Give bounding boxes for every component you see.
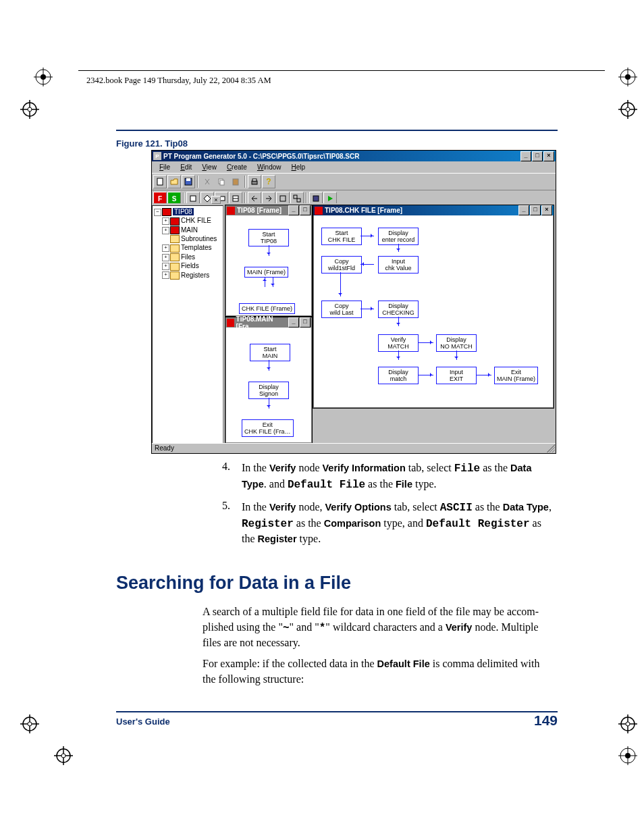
menu-window[interactable]: Window [252, 163, 286, 172]
flowchart-canvas[interactable]: StartTIP08 MAIN (Frame) CHK FILE (Frame) [225, 215, 312, 316]
page-top-rule [116, 130, 558, 131]
help-button[interactable]: ? [262, 175, 275, 188]
svg-rect-45 [294, 195, 297, 199]
footer-rule [116, 711, 558, 712]
tree-view[interactable]: −TIP08 +CHK FILE +MAIN Subroutines +Temp… [152, 205, 223, 446]
menu-edit[interactable]: Edit [176, 163, 196, 172]
menu-view[interactable]: View [197, 163, 221, 172]
flow-node[interactable]: DisplaySignon [248, 382, 289, 399]
flowchart-canvas[interactable]: StartMAIN DisplaySignon ExitCHK FILE (Fr… [225, 328, 312, 443]
svg-point-31 [625, 753, 630, 758]
tree-item[interactable]: +MAIN [154, 226, 221, 234]
frame-icon [227, 207, 235, 215]
copy-button[interactable] [215, 175, 228, 188]
print-button[interactable] [248, 175, 261, 188]
mdi-main-frame[interactable]: TIP08.MAIN [Fra… _□ StartMAIN DisplaySig… [225, 317, 313, 444]
body-paragraph: A search of a multiple field file for da… [203, 604, 559, 651]
maximize-button[interactable]: □ [300, 205, 311, 215]
save-button[interactable] [182, 175, 195, 188]
page-number: 149 [534, 712, 558, 729]
flow-node[interactable]: VerifyMATCH [378, 334, 419, 352]
flowchart-canvas[interactable]: StartCHK FILE Displayenter record Copywi… [313, 215, 554, 408]
flow-node[interactable]: Displaymatch [378, 367, 419, 384]
flow-node[interactable]: DisplayNO MATCH [436, 334, 477, 352]
toolbar-standard: ? [152, 173, 556, 190]
tree-item[interactable]: +Templates [154, 243, 221, 252]
flow-node[interactable]: StartCHK FILE [321, 228, 362, 245]
menu-create[interactable]: Create [222, 163, 252, 172]
tree-item[interactable]: +Fields [154, 261, 221, 270]
svg-point-27 [61, 754, 65, 758]
flow-node[interactable]: ExitCHK FILE (Fra… [242, 419, 294, 437]
crop-mark-icon [20, 100, 39, 119]
panel-close-button[interactable]: × [211, 196, 221, 204]
close-button[interactable]: × [543, 151, 554, 161]
mdi-tip08-frame[interactable]: TIP08 [Frame] _□ StartTIP08 MAIN (Frame)… [225, 205, 313, 317]
mdi-titlebar[interactable]: TIP08.CHK FILE [Frame] _□× [313, 205, 554, 215]
flow-node[interactable]: StartMAIN [250, 344, 290, 361]
crop-mark-icon [34, 68, 53, 86]
menu-help[interactable]: Help [287, 163, 311, 172]
flow-node[interactable]: DisplayCHECKING [378, 301, 419, 318]
maximize-button[interactable]: □ [532, 151, 543, 161]
svg-rect-47 [313, 196, 319, 201]
paste-button[interactable] [229, 175, 242, 188]
svg-rect-44 [280, 196, 286, 201]
frame-icon [315, 207, 323, 215]
svg-rect-40 [190, 196, 196, 201]
svg-rect-38 [252, 181, 257, 184]
new-button[interactable] [153, 175, 167, 188]
crop-mark-icon [618, 714, 637, 733]
flow-node[interactable]: ExitMAIN (Frame) [494, 367, 538, 384]
svg-rect-34 [186, 178, 190, 181]
flow-node[interactable]: Inputchk Value [378, 256, 419, 273]
cut-button[interactable] [200, 175, 214, 188]
svg-rect-46 [297, 199, 300, 202]
tree-item[interactable]: +CHK FILE [154, 216, 221, 225]
mdi-titlebar[interactable]: TIP08 [Frame] _□ [225, 205, 312, 215]
menu-file[interactable]: File [155, 163, 175, 172]
mdi-title: TIP08.CHK FILE [Frame] [325, 207, 402, 214]
svg-point-3 [41, 74, 46, 80]
minimize-button[interactable]: _ [288, 317, 299, 328]
toolbar-separator [197, 176, 198, 188]
minimize-button[interactable]: _ [518, 205, 529, 215]
tree-item[interactable]: +Files [154, 253, 221, 261]
open-button[interactable] [167, 175, 181, 188]
tree-item[interactable]: Subroutines [154, 234, 221, 243]
mdi-title: TIP08 [Frame] [237, 207, 281, 214]
menubar: File Edit View Create Window Help [152, 161, 556, 173]
flow-node-start[interactable]: StartTIP08 [248, 229, 289, 246]
flow-node-main[interactable]: MAIN (Frame) [244, 267, 288, 278]
body-paragraph: In the Verify node, Verify Options tab, … [242, 500, 559, 547]
flow-node[interactable]: InputEXIT [436, 367, 477, 384]
close-button[interactable]: × [541, 205, 552, 215]
statusbar: Ready [152, 443, 556, 453]
tree-item[interactable]: +Registers [154, 271, 221, 280]
figure-caption: Figure 121. Tip08 [116, 138, 188, 149]
mdi-chkfile-frame[interactable]: TIP08.CHK FILE [Frame] _□× StartCHK FILE… [313, 205, 554, 409]
header-rule [78, 70, 605, 71]
status-text: Ready [155, 444, 174, 452]
svg-rect-32 [157, 178, 163, 185]
toolbar-separator [244, 176, 246, 188]
svg-point-7 [625, 74, 630, 80]
minimize-button[interactable]: _ [288, 205, 299, 215]
flow-node[interactable]: Displayenter record [378, 228, 419, 245]
header-text: 2342.book Page 149 Thursday, July 22, 20… [86, 76, 271, 86]
flow-node-chkfile[interactable]: CHK FILE (Frame) [239, 303, 295, 314]
minimize-button[interactable]: _ [520, 151, 531, 161]
section-heading: Searching for Data in a File [116, 573, 351, 594]
svg-rect-36 [220, 180, 224, 185]
list-number: 4. [222, 461, 230, 473]
resize-grip-icon[interactable] [547, 444, 555, 452]
maximize-button[interactable]: □ [530, 205, 541, 215]
app-icon: P [153, 152, 161, 160]
flow-node[interactable]: Copywild Last [321, 301, 362, 318]
mdi-titlebar[interactable]: TIP08.MAIN [Fra… _□ [225, 317, 312, 328]
tree-root[interactable]: −TIP08 [154, 207, 221, 216]
svg-point-23 [626, 722, 630, 726]
crop-mark-icon [20, 714, 39, 733]
maximize-button[interactable]: □ [300, 317, 311, 328]
flow-node[interactable]: Copywild1stFld [321, 256, 362, 273]
